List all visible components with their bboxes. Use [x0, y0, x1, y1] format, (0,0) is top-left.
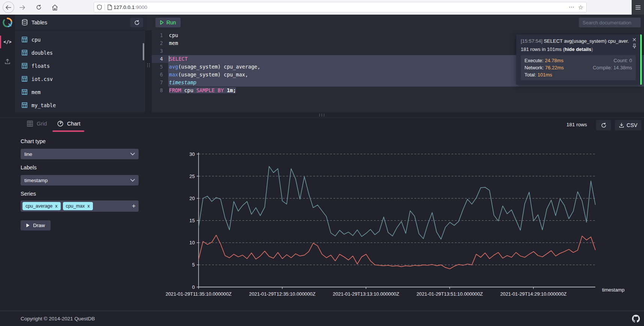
- line-number: 1: [152, 31, 168, 39]
- rail-console-button[interactable]: </>: [0, 36, 15, 48]
- results-panel: Grid Chart 181 rows CSV Chart type line …: [0, 118, 644, 311]
- pin-icon[interactable]: [632, 43, 637, 48]
- query-notification: [15:57:54] SELECT avg(usage_system) cpu_…: [516, 34, 642, 85]
- notification-title: [15:57:54] SELECT avg(usage_system) cpu_…: [521, 38, 629, 44]
- series-input[interactable]: cpu_average x cpu_max x +: [21, 200, 139, 212]
- series-chip-cpu-average[interactable]: cpu_average x: [22, 202, 61, 210]
- bookmark-star-icon[interactable]: ☆: [578, 4, 583, 11]
- close-icon[interactable]: ✕: [632, 37, 637, 43]
- rail-import-button[interactable]: [0, 55, 15, 68]
- svg-text:2021-01-29T12:35:10.000000Z: 2021-01-29T12:35:10.000000Z: [249, 291, 315, 297]
- table-item-doubles[interactable]: doubles: [15, 46, 145, 59]
- svg-text:0: 0: [192, 284, 195, 290]
- play-icon: [26, 223, 30, 227]
- github-icon[interactable]: [632, 315, 640, 323]
- table-icon: [22, 102, 27, 108]
- editor-line[interactable]: 8FROM cpu SAMPLE BY 1m;: [152, 87, 644, 94]
- browser-menu-button[interactable]: [632, 0, 644, 15]
- tab-grid[interactable]: Grid: [27, 121, 47, 127]
- table-item-mem[interactable]: mem: [15, 85, 145, 99]
- back-button[interactable]: [3, 1, 14, 13]
- tab-chart[interactable]: Chart: [57, 121, 80, 127]
- row-count: 181 rows: [566, 122, 587, 127]
- back-arrow-icon: [6, 5, 11, 10]
- svg-text:30: 30: [190, 151, 195, 157]
- copyright-text: Copyright © 2014-2021 QuestDB: [21, 316, 95, 322]
- refresh-icon: [601, 123, 607, 128]
- download-icon: [619, 123, 624, 128]
- hide-details-link[interactable]: hide details: [565, 46, 592, 52]
- svg-text:25: 25: [190, 173, 195, 179]
- chart-type-label: Chart type: [21, 138, 46, 144]
- play-icon: [160, 20, 164, 25]
- code-text: FROM cpu SAMPLE BY 1m;: [168, 87, 644, 94]
- chart-type-select[interactable]: line: [21, 149, 139, 159]
- svg-text:2021-01-29T11:35:10.000000Z: 2021-01-29T11:35:10.000000Z: [166, 291, 232, 297]
- total-label: Total:: [524, 72, 536, 78]
- series-chip-cpu-max[interactable]: cpu_max x: [63, 202, 93, 210]
- run-button[interactable]: Run: [155, 18, 181, 27]
- shield-icon: [97, 4, 102, 10]
- page-actions-icon[interactable]: ⋯: [569, 4, 574, 10]
- svg-text:20: 20: [190, 196, 195, 201]
- draw-button[interactable]: Draw: [21, 220, 51, 230]
- svg-text:2021-01-29T13:51:10.000000Z: 2021-01-29T13:51:10.000000Z: [417, 291, 483, 297]
- url-bar[interactable]: 127.0.0.1:9000 ⋯ ☆: [94, 2, 587, 12]
- questdb-logo[interactable]: [0, 15, 15, 30]
- table-item-floats[interactable]: floats: [15, 59, 145, 72]
- footer: Copyright © 2014-2021 QuestDB: [0, 311, 644, 326]
- notification-details: Execute: 24.78ms Network: 76.22ms Total:…: [521, 55, 636, 80]
- add-series-button[interactable]: +: [132, 202, 136, 210]
- line-number: 2: [152, 39, 168, 47]
- line-number: 3: [152, 47, 168, 55]
- horizontal-splitter[interactable]: [0, 112, 644, 117]
- database-icon: [22, 19, 28, 25]
- tables-scrollbar[interactable]: [143, 43, 144, 60]
- questdb-console: 127.0.0.1:9000 ⋯ ☆ Tables: [0, 0, 644, 326]
- table-icon: [22, 89, 27, 95]
- table-item-iot-csv[interactable]: iot.csv: [15, 72, 145, 85]
- svg-text:10: 10: [190, 240, 195, 245]
- tables-refresh-button[interactable]: [130, 18, 143, 27]
- execute-value: 24.78ms: [545, 58, 563, 63]
- forward-arrow-icon: [19, 5, 25, 10]
- line-number: 4: [152, 55, 168, 63]
- svg-text:15: 15: [190, 218, 195, 223]
- table-icon: [22, 50, 27, 55]
- chevron-down-icon: [130, 153, 135, 156]
- total-value: 101ms: [538, 72, 552, 78]
- table-item-my-table[interactable]: my_table: [15, 99, 145, 112]
- tables-panel-title: Tables: [31, 19, 47, 25]
- line-number: 7: [152, 79, 168, 87]
- home-button[interactable]: [49, 2, 60, 13]
- remove-series-icon[interactable]: x: [55, 203, 57, 209]
- labels-select[interactable]: timestamp: [21, 175, 139, 185]
- notification-query: SELECT avg(usage_system) cpu_aver...: [544, 38, 629, 44]
- code-icon: </>: [3, 39, 12, 45]
- results-refresh-button[interactable]: [596, 120, 611, 130]
- table-icon: [22, 37, 27, 42]
- vertical-splitter[interactable]: [145, 30, 152, 112]
- download-csv-button[interactable]: CSV: [615, 120, 641, 130]
- network-value: 76.22ms: [545, 65, 564, 70]
- compile-text: Compile: 14.38ms: [593, 65, 632, 70]
- count-text: Count: 0: [593, 58, 632, 63]
- chevron-down-icon: [130, 179, 135, 182]
- upload-icon: [4, 58, 10, 64]
- search-documentation-input[interactable]: Search documentation: [579, 18, 641, 27]
- table-item-cpu[interactable]: cpu: [15, 33, 145, 46]
- url-separator: [105, 4, 105, 10]
- line-number: 8: [152, 87, 168, 94]
- forward-button[interactable]: [16, 2, 28, 13]
- table-icon: [22, 63, 27, 69]
- table-icon: [22, 76, 27, 82]
- line-chart[interactable]: 0510152025302021-01-29T11:35:10.000000Z2…: [157, 150, 641, 300]
- line-number: 5: [152, 63, 168, 71]
- browser-toolbar: 127.0.0.1:9000 ⋯ ☆: [0, 0, 644, 15]
- search-placeholder: Search documentation: [583, 20, 631, 25]
- url-port: :9000: [134, 4, 147, 10]
- svg-text:2021-01-29T13:13:10.000000Z: 2021-01-29T13:13:10.000000Z: [333, 291, 399, 297]
- reload-button[interactable]: [33, 2, 44, 13]
- svg-text:2021-01-29T14:29:10.000000Z: 2021-01-29T14:29:10.000000Z: [500, 291, 566, 297]
- remove-series-icon[interactable]: x: [87, 203, 90, 209]
